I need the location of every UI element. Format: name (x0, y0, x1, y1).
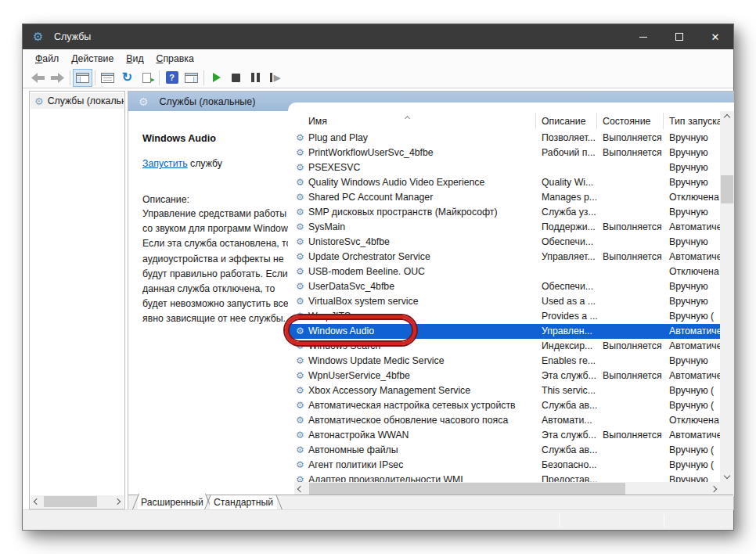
title-bar[interactable]: ⚙ Службы ✕ (23, 24, 733, 49)
table-row[interactable]: ⚙Update Orchestrator ServiceУправляет...… (288, 250, 734, 264)
maximize-button[interactable] (661, 24, 697, 49)
service-gear-icon: ⚙ (296, 177, 304, 188)
service-description: Quality Wi... (542, 177, 601, 188)
service-gear-icon: ⚙ (296, 132, 304, 143)
back-button[interactable] (28, 69, 48, 87)
service-description: Индексир... (542, 340, 601, 351)
column-header[interactable]: Тип запуска (669, 116, 722, 127)
help-icon: ? (166, 71, 178, 84)
column-header[interactable]: Состояние (603, 116, 650, 127)
table-row[interactable]: ⚙Автонастройка WWANЭта служб...Выполняет… (288, 428, 734, 443)
scroll-left-icon[interactable] (294, 482, 307, 495)
menu-item-help[interactable]: Справка (150, 51, 200, 67)
minimize-button[interactable] (625, 24, 661, 49)
restart-service-icon: ▶ (270, 73, 280, 82)
vertical-scrollbar[interactable] (720, 111, 734, 482)
table-row[interactable]: ⚙UserDataSvc_4bfbeОбеспечи...Вручную (288, 279, 734, 294)
table-row[interactable]: ⚙Xbox Accessory Management ServiceThis s… (288, 383, 734, 398)
menu-item-file[interactable]: Файл (29, 51, 65, 67)
menu-item-view[interactable]: Вид (120, 51, 149, 67)
service-description: Manages p... (542, 192, 601, 203)
service-gear-icon: ⚙ (296, 326, 304, 336)
scroll-left-icon[interactable] (31, 495, 43, 508)
list-header[interactable]: ИмяОписаниеСостояниеТип запуска (288, 111, 734, 131)
horizontal-scrollbar[interactable] (294, 482, 720, 495)
table-row[interactable]: ⚙Автономные файлыСлужба ав...Вручную ( (288, 443, 734, 458)
table-row[interactable]: ⚙SMP дисковых пространств (Майкрософт)Сл… (288, 205, 734, 220)
column-separator[interactable] (535, 113, 536, 129)
table-row[interactable]: ⚙Shared PC Account ManagerManages p...От… (288, 190, 734, 205)
service-description: Безопасно... (542, 459, 601, 470)
description-label: Описание: (142, 194, 189, 205)
service-description: Служба ав... (542, 400, 601, 411)
table-row-selected[interactable]: ⚙Windows AudioУправлен...Автоматически (288, 324, 734, 339)
scroll-up-icon[interactable] (720, 111, 734, 124)
properties-button[interactable] (98, 69, 117, 87)
pause-service-button[interactable] (246, 69, 265, 87)
table-row[interactable]: ⚙VirtualBox system serviceUsed as a ...В… (288, 294, 734, 309)
show-console-tree-button[interactable] (73, 69, 92, 87)
column-header[interactable]: Описание (542, 116, 586, 127)
service-status: Выполняется (603, 221, 667, 232)
service-description: Служба уз... (542, 207, 601, 218)
show-action-pane-button[interactable] (182, 69, 201, 87)
table-row[interactable]: ⚙Автоматическая настройка сетевых устрой… (288, 398, 734, 413)
service-description: Эта служб... (542, 430, 601, 441)
extended-view-panel: ⚙ Службы (локальные) Windows Audio Запус… (128, 91, 734, 510)
scrollbar-thumb[interactable] (44, 496, 97, 507)
tab-extended[interactable]: Расширенный (138, 495, 207, 509)
table-row[interactable]: ⚙WarpJITSvcProvides a ...Вручную ( (288, 309, 734, 324)
maximize-icon (675, 33, 683, 41)
table-row[interactable]: ⚙SysMainПоддержи...ВыполняетсяАвтоматиче… (288, 220, 734, 235)
tree-item-label: Службы (локальные) (48, 95, 124, 106)
table-row[interactable]: ⚙Windows SearchИндексир...ВыполняетсяАвт… (288, 339, 734, 354)
column-header[interactable]: Имя (308, 116, 327, 127)
table-row[interactable]: ⚙Quality Windows Audio Video ExperienceQ… (288, 175, 734, 190)
table-row[interactable]: ⚙USB-modem Beeline. OUCОтключена (288, 264, 734, 279)
refresh-button[interactable]: ↻ (117, 69, 137, 87)
column-separator[interactable] (663, 113, 664, 129)
export-list-button[interactable]: ➤ (137, 69, 157, 87)
table-row[interactable]: ⚙Агент политики IPsecБезопасно...Вручную… (288, 458, 734, 473)
column-separator[interactable] (596, 113, 597, 129)
scrollbar-thumb[interactable] (309, 483, 625, 495)
table-row[interactable]: ⚙Windows Update Medic ServiceEnables re.… (288, 354, 734, 369)
table-row[interactable]: ⚙Plug and PlayПозволяет...ВыполняетсяВру… (288, 131, 734, 146)
tree-horizontal-scrollbar[interactable] (31, 495, 124, 508)
start-service-button[interactable] (207, 69, 226, 87)
close-icon: ✕ (711, 32, 720, 42)
service-name: Адаптер производительности WMI (308, 474, 534, 482)
panel-header-label: Службы (локальные) (160, 96, 256, 107)
scrollbar-thumb[interactable] (721, 175, 733, 203)
menu-item-action[interactable]: Действие (65, 51, 120, 67)
tab-standard[interactable]: Стандартный (210, 495, 277, 509)
toolbar-separator (159, 70, 160, 85)
table-row[interactable]: ⚙UnistoreSvc_4bfbeОбеспечи...Вручную (288, 235, 734, 250)
services-gear-icon: ⚙ (139, 95, 149, 108)
scroll-right-icon[interactable] (111, 495, 124, 508)
table-row[interactable]: ⚙Адаптер производительности WMIПредостав… (288, 473, 734, 482)
table-row[interactable]: ⚙PrintWorkflowUserSvc_4bfbeРабочий п...В… (288, 146, 734, 160)
service-name: USB-modem Beeline. OUC (308, 266, 534, 277)
forward-arrow-icon (51, 73, 64, 83)
table-row[interactable]: ⚙Автоматическое обновление часового пояс… (288, 413, 734, 428)
service-description: Обеспечи... (542, 236, 601, 247)
tree-item-services-local[interactable]: ⚙ Службы (локальные) (31, 93, 124, 109)
scroll-down-icon[interactable] (720, 469, 734, 482)
service-rows: ⚙Plug and PlayПозволяет...ВыполняетсяВру… (288, 131, 734, 482)
help-button[interactable]: ? (162, 69, 182, 87)
table-row[interactable]: ⚙WpnUserService_4bfbeЭта служб...Выполня… (288, 369, 734, 383)
stop-service-button[interactable] (226, 69, 246, 87)
service-name: UnistoreSvc_4bfbe (308, 236, 534, 247)
service-name: Автоматическая настройка сетевых устройс… (308, 400, 534, 411)
table-row[interactable]: ⚙PSEXESVCВручную (288, 160, 734, 175)
service-name: Автонастройка WWAN (308, 430, 534, 441)
properties-icon (101, 73, 114, 83)
scroll-right-icon[interactable] (707, 482, 720, 495)
forward-button[interactable] (48, 69, 67, 87)
restart-service-button[interactable]: ▶ (265, 69, 285, 87)
service-name: WpnUserService_4bfbe (308, 370, 534, 381)
close-button[interactable]: ✕ (697, 24, 733, 49)
start-service-link[interactable]: Запустить (142, 158, 188, 169)
service-status: Выполняется (603, 251, 667, 262)
